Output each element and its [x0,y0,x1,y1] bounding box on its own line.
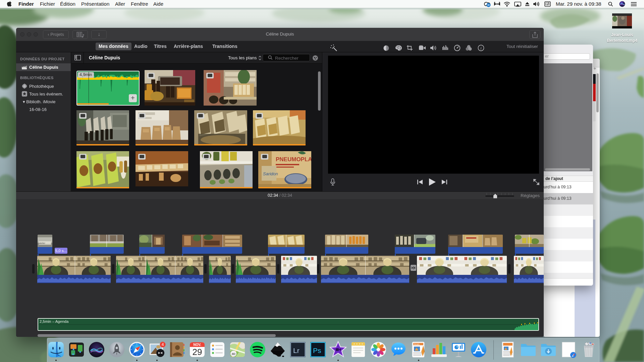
svg-text:atelier: atelier [39,242,46,244]
svg-text:i: i [480,46,481,51]
svg-text:4: 4 [162,342,164,347]
svg-text:3D: 3D [231,352,235,356]
svg-text:Ps: Ps [313,347,321,354]
svg-text:NOV.: NOV. [193,343,201,347]
svg-text:Lr: Lr [293,347,300,354]
svg-text:PNEUMOPLASME: PNEUMOPLASME [276,156,311,163]
svg-text:29: 29 [193,347,202,357]
svg-text:PAGES: PAGES [414,343,420,345]
svg-text:Saridon: Saridon [263,171,278,176]
